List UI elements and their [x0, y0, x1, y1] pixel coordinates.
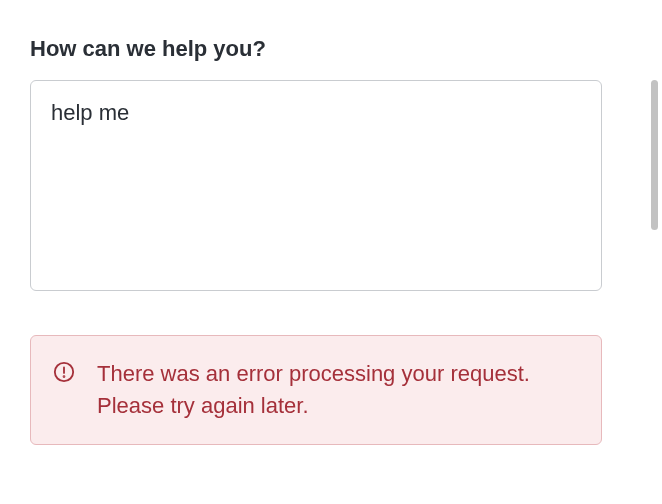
- error-message: There was an error processing your reque…: [97, 358, 577, 422]
- alert-circle-icon: [53, 361, 75, 387]
- help-textarea[interactable]: [30, 80, 602, 291]
- svg-point-2: [64, 376, 65, 377]
- form-container: How can we help you? There was an error …: [0, 0, 632, 445]
- scrollbar-thumb[interactable]: [651, 80, 658, 230]
- error-alert: There was an error processing your reque…: [30, 335, 602, 445]
- form-label: How can we help you?: [30, 36, 602, 62]
